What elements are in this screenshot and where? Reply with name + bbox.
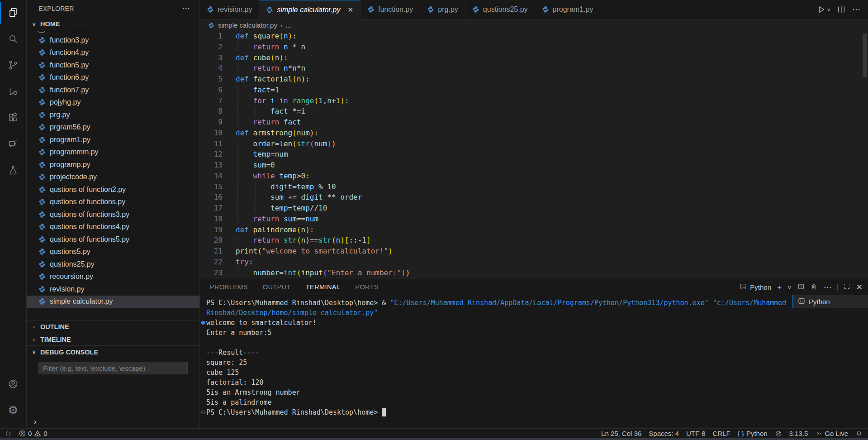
file-item[interactable]: qustions25.py	[27, 258, 199, 271]
editor-tab[interactable]: function.py	[360, 0, 420, 19]
file-item[interactable]: qustions of functions3.py	[27, 208, 199, 221]
file-item[interactable]: simple calculator.py	[27, 296, 199, 308]
source-control-icon[interactable]	[0, 54, 26, 76]
cursor-position[interactable]: Ln 25, Col 36	[601, 430, 641, 437]
settings-gear-icon[interactable]: ⚙	[0, 399, 26, 421]
partially-visible-file[interactable]: function2.txt	[27, 31, 199, 34]
more-actions-icon[interactable]: ⋯	[824, 282, 831, 292]
tab-terminal[interactable]: TERMINAL	[306, 279, 341, 295]
file-item[interactable]: projectcode.py	[27, 171, 199, 184]
tab-ports[interactable]: PORTS	[355, 279, 379, 295]
file-item[interactable]: programmm.py	[27, 146, 199, 159]
tab-problems[interactable]: PROBLEMS	[210, 279, 248, 295]
file-item[interactable]: program1.py	[27, 134, 199, 146]
python-icon	[38, 286, 46, 293]
editor-tabs: revision.py simple calculator.py✕ functi…	[200, 0, 600, 19]
command-decoration-blue[interactable]	[201, 321, 205, 325]
file-item[interactable]: function6.py	[27, 72, 199, 84]
code-line: 13 sum=0	[200, 160, 868, 171]
python-icon	[38, 273, 46, 280]
search-icon[interactable]	[0, 28, 26, 50]
split-editor-icon[interactable]	[837, 5, 845, 14]
editor-tab[interactable]: qustions25.py	[465, 0, 535, 19]
go-live-button[interactable]: Go Live	[815, 430, 848, 437]
command-decoration-gray[interactable]	[201, 411, 205, 414]
shell-label: Python	[750, 283, 771, 291]
explorer-more-icon[interactable]: ⋯	[182, 4, 190, 14]
more-actions-icon[interactable]: ⋯	[852, 5, 861, 14]
file-item[interactable]: function5.py	[27, 59, 199, 72]
chevron-down-icon: ∨	[827, 7, 830, 13]
breadcrumb-file[interactable]: simple calculator.py	[218, 21, 277, 29]
editor-tab[interactable]: revision.py	[200, 0, 259, 19]
code-editor[interactable]: 1def square(n):2 return n * n3def cube(n…	[200, 31, 868, 279]
close-tab-icon[interactable]: ✕	[347, 6, 353, 14]
python-icon	[38, 173, 46, 181]
run-debug-icon[interactable]	[0, 81, 26, 102]
debug-filter-input[interactable]	[38, 362, 188, 374]
status-right: Ln 25, Col 36 Spaces: 4 UTF-8 CRLF { } P…	[601, 430, 863, 437]
copilot-disabled-icon[interactable]	[775, 430, 782, 437]
terminal-list-item-python[interactable]: Python	[792, 295, 868, 308]
section-timeline[interactable]: › TIMELINE	[27, 333, 199, 345]
file-item[interactable]: qustions5.py	[27, 246, 199, 258]
terminal-output[interactable]: PS C:\Users\Muhammed Rinshad\Desktop\hom…	[200, 295, 792, 428]
chat-icon[interactable]	[0, 133, 26, 155]
editor-tab[interactable]: prg.py	[420, 0, 465, 19]
code-line: 8 fact *=i	[200, 106, 868, 117]
new-terminal-icon[interactable]: +	[777, 283, 782, 292]
section-home[interactable]: ∨ HOME	[27, 17, 199, 31]
file-item[interactable]: function4.py	[27, 47, 199, 59]
tab-output[interactable]: OUTPUT	[263, 279, 291, 295]
maximize-panel-icon[interactable]	[844, 283, 850, 292]
file-item[interactable]: prg.py	[27, 109, 199, 121]
section-debug-console[interactable]: ∨ DEBUG CONSOLE	[27, 345, 199, 358]
file-item[interactable]: programp.py	[27, 158, 199, 171]
chevron-down-icon[interactable]: ∨	[787, 284, 792, 291]
line-number: 5	[200, 74, 236, 85]
section-outline[interactable]: › OUTLINE	[27, 320, 199, 333]
editor-scrollbar[interactable]	[863, 33, 867, 77]
python-interpreter-version[interactable]: 3.13.5	[789, 430, 808, 437]
testing-icon[interactable]	[0, 159, 26, 181]
editor-tab[interactable]: simple calculator.py✕	[259, 0, 360, 19]
section-timeline-label: TIMELINE	[40, 336, 71, 343]
editor-tab[interactable]: program1.py	[535, 0, 601, 19]
language-mode[interactable]: { } Python	[738, 430, 768, 437]
file-item[interactable]: pojyhg.py	[27, 96, 199, 109]
account-icon[interactable]	[0, 373, 26, 395]
code-line: 7 for i in range(1,n+1):	[200, 96, 868, 106]
encoding[interactable]: UTF-8	[686, 430, 706, 437]
launch-profile-button[interactable]: Python	[740, 283, 771, 292]
file-label: prg.py	[50, 111, 70, 119]
file-item[interactable]: qustions of functions.py	[27, 196, 199, 209]
notifications-bell-icon[interactable]	[855, 430, 863, 437]
file-item[interactable]: revision.py	[27, 283, 199, 296]
file-item[interactable]: qustions of functions5.py	[27, 233, 199, 246]
error-count: 0	[28, 430, 32, 437]
run-python-file-button[interactable]: ∨	[817, 5, 830, 14]
file-item[interactable]: function3.py	[27, 34, 199, 47]
close-panel-icon[interactable]: ✕	[856, 282, 863, 292]
file-item[interactable]: prgram56.py	[27, 121, 199, 134]
file-item[interactable]: function7.py	[27, 84, 199, 96]
breadcrumb-more[interactable]: ...	[286, 21, 292, 29]
file-item[interactable]: recoursion.py	[27, 271, 199, 283]
tab-label: qustions25.py	[483, 5, 528, 14]
python-icon	[38, 161, 46, 168]
indentation[interactable]: Spaces: 4	[649, 430, 679, 437]
file-item[interactable]: qustions of functions4.py	[27, 221, 199, 234]
code-line: 23 number=int(input("Enter a number:"))	[200, 268, 868, 278]
explorer-icon[interactable]	[0, 2, 26, 24]
split-terminal-icon[interactable]	[797, 283, 805, 292]
problems-status[interactable]: 0 0	[19, 430, 47, 437]
editor-column: revision.py simple calculator.py✕ functi…	[200, 0, 868, 428]
extensions-icon[interactable]	[0, 107, 26, 129]
remote-window-icon[interactable]	[5, 430, 12, 437]
line-number: 6	[200, 85, 236, 96]
chevron-right-icon[interactable]: ›	[34, 418, 36, 426]
kill-terminal-icon[interactable]	[811, 283, 818, 292]
file-label: function7.py	[50, 86, 89, 94]
file-item[interactable]: qustions of function2.py	[27, 183, 199, 196]
eol-sequence[interactable]: CRLF	[713, 430, 730, 437]
